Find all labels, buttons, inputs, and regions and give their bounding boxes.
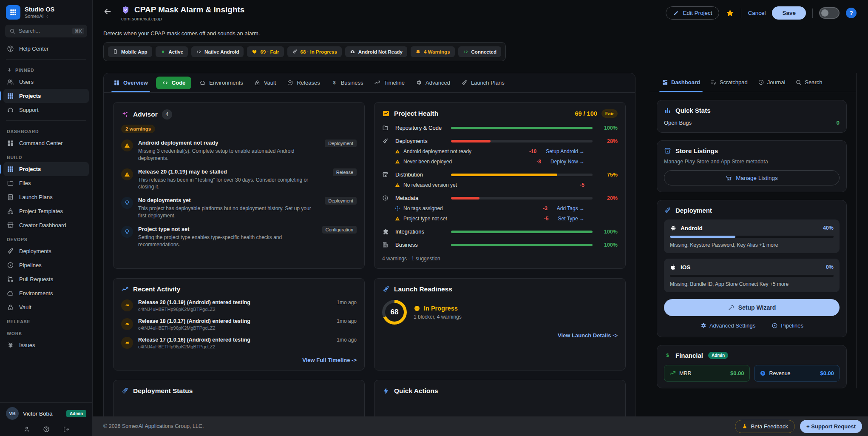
tab-advanced[interactable]: Advanced	[410, 73, 456, 92]
manage-listings-button[interactable]: Manage Listings	[664, 170, 840, 185]
cancel-button[interactable]: Cancel	[748, 10, 766, 16]
header-toggle[interactable]	[819, 7, 840, 19]
document-icon	[7, 194, 14, 201]
deploy-now-link[interactable]: Deploy Now →	[550, 159, 584, 165]
main-content: CPAP Mask Alarm & Insights com.somexai.c…	[93, 0, 868, 436]
brand-name: Studio OS	[25, 6, 54, 13]
workspace-switcher[interactable]: Studio OS SomexAI	[0, 4, 92, 24]
advanced-settings-link[interactable]: Advanced Settings	[700, 322, 755, 329]
sidebar-item-support[interactable]: Support	[0, 103, 92, 117]
health-row: Metadata 20%	[382, 195, 618, 201]
advisor-item[interactable]: Project type not setSetting the project …	[121, 226, 357, 248]
support-request-button[interactable]: + Support Request	[800, 420, 862, 433]
org-name: SomexAI	[25, 14, 54, 19]
sidebar: Studio OS SomexAI Search... ⌘K Help Cent…	[0, 0, 93, 436]
sidebar-item-environments[interactable]: Environments	[0, 286, 92, 300]
sidebar-item-files[interactable]: Files	[0, 176, 92, 190]
profile-icon[interactable]	[23, 426, 30, 433]
android-icon	[121, 337, 133, 349]
tab-search[interactable]: Search	[790, 73, 827, 92]
advisor-tag: Deployment	[325, 197, 357, 205]
sparkles-icon	[121, 111, 129, 118]
advisor-item[interactable]: No deployments yetThis project has deplo…	[121, 197, 357, 219]
tab-scratchpad[interactable]: Scratchpad	[705, 73, 753, 92]
health-row: Repository & Code 100%	[382, 125, 618, 131]
section-release: RELEASE	[0, 314, 92, 326]
set-type-link[interactable]: Set Type →	[558, 216, 584, 222]
rocket-icon	[664, 207, 671, 214]
trend-icon	[374, 80, 380, 86]
tab-dashboard[interactable]: Dashboard	[657, 73, 705, 92]
health-row: Business 100%	[382, 242, 618, 248]
activity-item: Release 18 (1.0.17) (Android) entered te…	[121, 318, 357, 331]
pipelines-link[interactable]: Pipelines	[772, 322, 803, 329]
tab-overview[interactable]: Overview	[108, 73, 153, 92]
user-menu[interactable]: VB Victor Boba Admin	[0, 402, 92, 422]
projects-icon	[7, 92, 14, 100]
sidebar-item-pull-requests[interactable]: Pull Requests	[0, 272, 92, 286]
view-full-timeline-link[interactable]: View Full Timeline ->	[121, 357, 357, 363]
view-launch-details-link[interactable]: View Launch Details ->	[382, 332, 618, 339]
storefront-icon	[7, 222, 14, 229]
admin-badge: Admin	[708, 352, 728, 359]
score-delta: -3	[543, 205, 547, 211]
financial-card: $ Financial Admin MRR $0.00 $ Revenue $0…	[657, 345, 847, 388]
sidebar-item-projects-build[interactable]: Projects	[3, 162, 89, 176]
help-icon[interactable]	[43, 426, 50, 433]
tab-business[interactable]: $Business	[326, 73, 369, 92]
launch-detail: 1 blocker, 4 warnings	[414, 314, 462, 320]
tab-launch-plans[interactable]: Launch Plans	[456, 73, 510, 92]
project-panel: Overview Code Environments Vault Release…	[103, 73, 635, 426]
logout-icon[interactable]	[62, 426, 69, 433]
sidebar-item-launch-plans[interactable]: Launch Plans	[0, 190, 92, 204]
sidebar-item-issues[interactable]: Issues	[0, 338, 92, 352]
apple-icon	[670, 264, 677, 271]
tab-timeline[interactable]: Timeline	[369, 73, 410, 92]
sidebar-item-vault[interactable]: Vault	[0, 300, 92, 314]
favorite-star-icon[interactable]	[726, 9, 735, 17]
sidebar-item-help-center[interactable]: Help Center	[0, 42, 92, 56]
tab-journal[interactable]: Journal	[753, 73, 791, 92]
sidebar-item-deployments[interactable]: Deployments	[0, 244, 92, 258]
sidebar-item-users[interactable]: Users	[0, 75, 92, 89]
health-subitem: No tags assigned -3 Add Tags →	[395, 205, 584, 211]
edit-project-button[interactable]: Edit Project	[666, 6, 719, 20]
setup-android-link[interactable]: Setup Android →	[546, 148, 584, 154]
code-icon	[162, 80, 168, 86]
warning-icon	[121, 168, 133, 180]
search-input[interactable]: Search... ⌘K	[5, 25, 87, 37]
beta-feedback-button[interactable]: Beta Feedback	[735, 420, 795, 433]
sidebar-item-creator-dashboard[interactable]: Creator Dashboard	[0, 218, 92, 232]
stat-row: Open Bugs 0	[664, 120, 840, 126]
back-button[interactable]	[103, 7, 113, 17]
android-icon	[121, 318, 133, 330]
tab-releases[interactable]: Releases	[281, 73, 325, 92]
status-badge-active: Active	[156, 46, 188, 57]
advisor-item[interactable]: Release 20 (1.0.19) may be stalledThis r…	[121, 168, 357, 191]
warning-icon	[395, 159, 400, 164]
project-tabs: Overview Code Environments Vault Release…	[104, 73, 635, 93]
footer: © 2026 SomexAI Applications Group, LLC. …	[93, 416, 868, 436]
setup-wizard-button[interactable]: Setup Wizard	[664, 299, 840, 316]
save-button[interactable]: Save	[772, 6, 806, 20]
help-button[interactable]: ?	[846, 8, 857, 18]
sidebar-item-command-center[interactable]: Command Center	[0, 136, 92, 150]
rocket-icon	[382, 138, 389, 144]
bug-icon	[7, 342, 14, 349]
sidebar-item-project-templates[interactable]: Project Templates	[0, 204, 92, 218]
platform-card-ios[interactable]: iOS 0% Missing: Bundle ID, App Store Con…	[664, 259, 840, 292]
tab-code[interactable]: Code	[156, 77, 192, 89]
sidebar-item-pipelines[interactable]: Pipelines	[0, 258, 92, 272]
search-shortcut: ⌘K	[72, 28, 84, 34]
deployment-card: Deployment Android 40% Missing: Keystore…	[657, 200, 847, 337]
advisor-item[interactable]: Android deployment not readyMissing 3 cr…	[121, 140, 357, 162]
tab-vault[interactable]: Vault	[249, 73, 282, 92]
add-tags-link[interactable]: Add Tags →	[557, 205, 584, 211]
sidebar-item-projects-pinned[interactable]: Projects	[3, 89, 89, 103]
activity-title: Recent Activity	[133, 285, 180, 293]
toggle-knob	[821, 9, 828, 17]
platform-card-android[interactable]: Android 40% Missing: Keystore Password, …	[664, 219, 840, 253]
advisor-tag: Release	[333, 168, 357, 176]
tab-environments[interactable]: Environments	[194, 73, 248, 92]
studio-os-logo	[6, 5, 20, 20]
